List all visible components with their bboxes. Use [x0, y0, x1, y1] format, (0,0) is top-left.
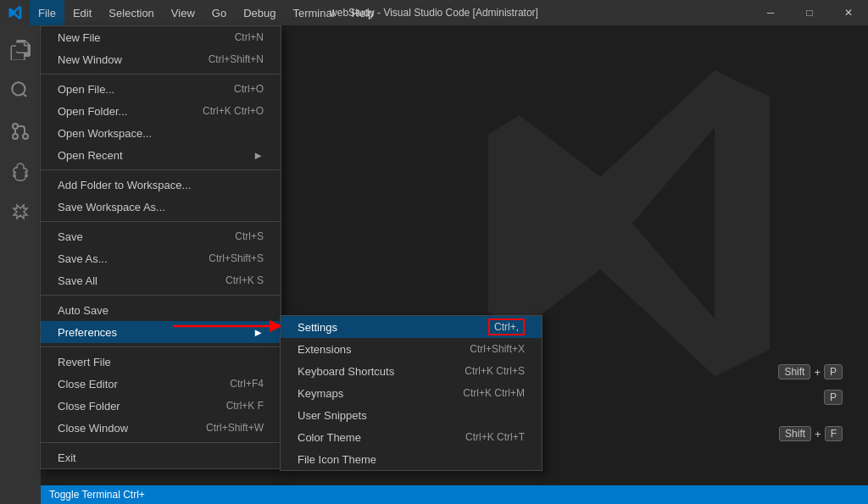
- debug-icon[interactable]: [0, 152, 41, 192]
- menu-open-folder[interactable]: Open Folder... Ctrl+K Ctrl+O: [41, 100, 281, 122]
- activity-bar: [0, 25, 41, 504]
- menu-save-all[interactable]: Save All Ctrl+K S: [41, 269, 281, 291]
- f-key: F: [825, 426, 843, 441]
- minimize-button[interactable]: ─: [751, 0, 790, 25]
- kbd-hint-shift-f: Shift + F: [779, 426, 843, 441]
- separator-2: [41, 169, 281, 170]
- svg-point-1: [13, 124, 18, 129]
- file-dropdown: New File Ctrl+N New Window Ctrl+Shift+N …: [40, 25, 281, 469]
- menu-save-workspace-as[interactable]: Save Workspace As...: [41, 196, 281, 218]
- menu-close-folder[interactable]: Close Folder Ctrl+K F: [41, 395, 281, 417]
- preferences-arrow-icon: ►: [253, 326, 264, 339]
- svg-point-0: [23, 134, 28, 139]
- menu-add-folder[interactable]: Add Folder to Workspace...: [41, 174, 281, 196]
- menu-open-recent[interactable]: Open Recent ►: [41, 144, 281, 166]
- prefs-keymaps[interactable]: Keymaps Ctrl+K Ctrl+M: [281, 382, 542, 404]
- menu-new-window[interactable]: New Window Ctrl+Shift+N: [41, 48, 281, 70]
- prefs-extensions[interactable]: Extensions Ctrl+Shift+X: [281, 338, 542, 360]
- menu-save[interactable]: Save Ctrl+S: [41, 225, 281, 247]
- preferences-dropdown: Settings Ctrl+, Extensions Ctrl+Shift+X …: [280, 315, 542, 471]
- menu-file[interactable]: File: [30, 0, 64, 25]
- menu-preferences[interactable]: Preferences ►: [41, 321, 281, 343]
- separator-5: [41, 346, 281, 347]
- git-icon[interactable]: [0, 111, 41, 152]
- app-icon: [0, 0, 30, 25]
- extensions-icon[interactable]: [0, 192, 41, 233]
- prefs-file-icon-theme[interactable]: File Icon Theme: [281, 448, 542, 470]
- separator-1: [41, 74, 281, 75]
- menu-save-as[interactable]: Save As... Ctrl+Shift+S: [41, 247, 281, 269]
- separator-6: [41, 442, 281, 443]
- menu-revert-file[interactable]: Revert File: [41, 351, 281, 373]
- menu-go[interactable]: Go: [203, 0, 235, 25]
- shift-key-2: Shift: [779, 426, 811, 441]
- arrow-icon: ►: [253, 149, 264, 162]
- menu-close-editor[interactable]: Close Editor Ctrl+F4: [41, 373, 281, 395]
- separator-3: [41, 221, 281, 222]
- svg-point-2: [13, 134, 18, 139]
- menu-open-file[interactable]: Open File... Ctrl+O: [41, 78, 281, 100]
- prefs-settings[interactable]: Settings Ctrl+,: [281, 316, 542, 338]
- titlebar: File Edit Selection View Go Debug Termin…: [0, 0, 868, 25]
- menu-auto-save[interactable]: Auto Save: [41, 299, 281, 321]
- titlebar-controls: ─ □ ✕: [751, 0, 868, 25]
- search-icon[interactable]: [0, 70, 41, 111]
- window-title: webStudy - Visual Studio Code [Administr…: [330, 7, 538, 19]
- shift-key: Shift: [778, 364, 810, 379]
- kbd-hint-p: P: [824, 390, 843, 405]
- p-key-2: P: [824, 390, 843, 405]
- menu-debug[interactable]: Debug: [235, 0, 284, 25]
- close-button[interactable]: ✕: [829, 0, 868, 25]
- maximize-button[interactable]: □: [790, 0, 829, 25]
- prefs-color-theme[interactable]: Color Theme Ctrl+K Ctrl+T: [281, 426, 542, 448]
- files-icon[interactable]: [0, 30, 41, 70]
- status-text: Toggle Terminal Ctrl+: [49, 489, 145, 501]
- menu-edit[interactable]: Edit: [64, 0, 100, 25]
- p-key: P: [824, 364, 843, 379]
- status-bar: Toggle Terminal Ctrl+: [41, 485, 868, 504]
- plus-sign: +: [814, 366, 821, 379]
- plus-sign-2: +: [815, 428, 821, 440]
- menu-view[interactable]: View: [163, 0, 203, 25]
- kbd-hint-shift-p: Shift + P: [778, 364, 843, 379]
- menu-close-window[interactable]: Close Window Ctrl+Shift+W: [41, 417, 281, 439]
- menu-new-file[interactable]: New File Ctrl+N: [41, 26, 281, 48]
- separator-4: [41, 295, 281, 296]
- menu-selection[interactable]: Selection: [100, 0, 162, 25]
- menu-open-workspace[interactable]: Open Workspace...: [41, 122, 281, 144]
- prefs-user-snippets[interactable]: User Snippets: [281, 404, 542, 426]
- prefs-keyboard-shortcuts[interactable]: Keyboard Shortcuts Ctrl+K Ctrl+S: [281, 360, 542, 382]
- menu-exit[interactable]: Exit: [41, 446, 281, 468]
